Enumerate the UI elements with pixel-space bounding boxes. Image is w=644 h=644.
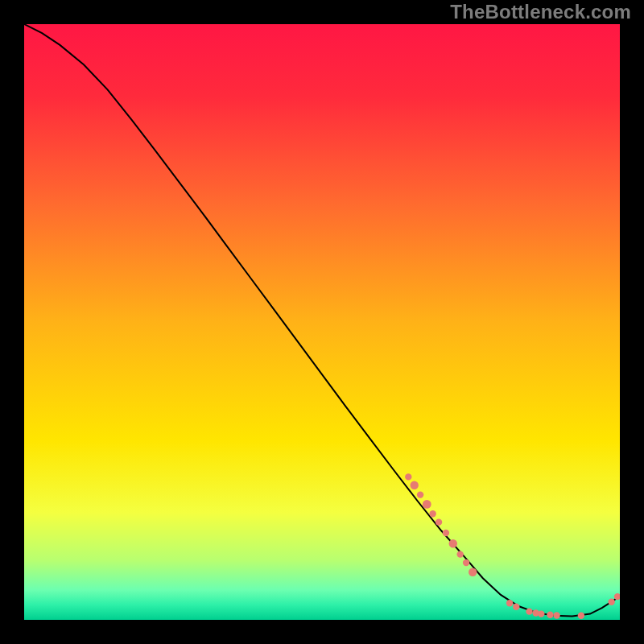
scatter-point (553, 612, 559, 618)
plot-area (24, 24, 620, 620)
scatter-point (423, 500, 431, 509)
scatter-point (429, 510, 436, 517)
scatter-point (417, 491, 423, 497)
chart-frame: TheBottleneck.com (0, 0, 644, 644)
scatter-point (513, 604, 519, 610)
scatter-point (456, 551, 463, 557)
scatter-point (463, 559, 469, 566)
scatter-point (449, 539, 457, 547)
scatter-point (469, 568, 477, 576)
scatter-point (538, 610, 544, 617)
bottleneck-chart (24, 24, 620, 620)
scatter-point (436, 518, 442, 525)
scatter-point (578, 613, 584, 619)
gradient-background (24, 24, 620, 620)
scatter-point (443, 530, 449, 536)
scatter-point (526, 608, 532, 614)
scatter-point (547, 612, 553, 618)
scatter-point (608, 599, 614, 605)
watermark-text: TheBottleneck.com (450, 0, 631, 24)
scatter-point (506, 600, 513, 606)
scatter-point (411, 481, 419, 489)
scatter-point (405, 473, 411, 480)
